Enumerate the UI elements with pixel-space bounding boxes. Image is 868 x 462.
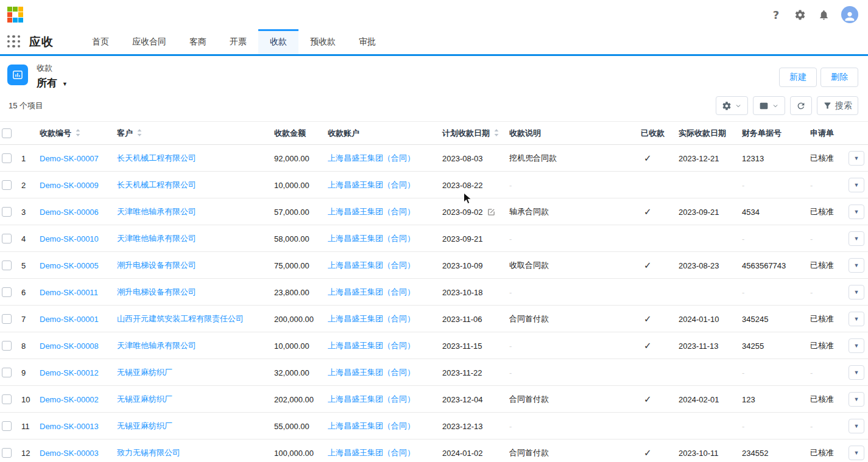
customer-link[interactable]: 天津唯他轴承有限公司 — [117, 207, 196, 216]
row-actions-button[interactable]: ▼ — [849, 446, 864, 460]
account-link[interactable]: 上海昌盛王集团（合同） — [328, 234, 415, 243]
received-cell: ✓ — [637, 386, 674, 413]
account-link[interactable]: 上海昌盛王集团（合同） — [328, 341, 415, 350]
view-selector[interactable]: 所有 ▼ — [37, 76, 68, 90]
row-actions-button[interactable]: ▼ — [849, 392, 864, 407]
customer-link[interactable]: 长天机械工程有限公司 — [117, 180, 196, 189]
user-avatar[interactable] — [841, 6, 858, 23]
row-actions-button[interactable]: ▼ — [849, 338, 864, 353]
delete-button[interactable]: 删除 — [820, 68, 858, 87]
account-link[interactable]: 上海昌盛王集团（合同） — [328, 261, 415, 270]
receipt-code-link[interactable]: Demo-SK-00011 — [40, 288, 98, 297]
row-checkbox[interactable] — [2, 448, 12, 458]
row-number: 3 — [17, 198, 35, 225]
row-checkbox[interactable] — [2, 368, 12, 377]
nav-tab-0[interactable]: 首页 — [80, 29, 121, 54]
note-cell: 合同首付款 — [505, 439, 637, 462]
row-checkbox[interactable] — [2, 394, 12, 404]
row-actions-button[interactable]: ▼ — [849, 151, 864, 166]
nav-tab-1[interactable]: 应收合同 — [121, 29, 178, 54]
row-checkbox[interactable] — [2, 153, 12, 163]
customer-link[interactable]: 长天机械工程有限公司 — [117, 153, 196, 163]
nav-tab-4[interactable]: 收款 — [258, 29, 298, 54]
nav-tab-6[interactable]: 审批 — [347, 29, 387, 54]
customer-link[interactable]: 天津唯他轴承有限公司 — [117, 341, 196, 350]
account-link[interactable]: 上海昌盛王集团（合同） — [328, 421, 415, 430]
edit-icon[interactable] — [487, 208, 495, 216]
row-checkbox[interactable] — [2, 207, 12, 217]
row-checkbox[interactable] — [2, 261, 12, 270]
row-actions-button[interactable]: ▼ — [849, 285, 864, 299]
account-link[interactable]: 上海昌盛王集团（合同） — [328, 368, 415, 377]
row-checkbox[interactable] — [2, 180, 12, 190]
account-link[interactable]: 上海昌盛王集团（合同） — [328, 180, 415, 189]
list-settings-button[interactable] — [716, 96, 748, 115]
actual-date-cell — [674, 225, 738, 252]
account-link[interactable]: 上海昌盛王集团（合同） — [328, 153, 415, 163]
account-link[interactable]: 上海昌盛王集团（合同） — [328, 287, 415, 296]
plan-date-cell: 2023-11-22 — [438, 359, 505, 386]
triangle-down-icon: ▼ — [854, 423, 859, 429]
row-number: 6 — [17, 279, 35, 306]
column-header-0[interactable]: 收款编号 — [35, 122, 113, 145]
nav-tab-5[interactable]: 预收款 — [298, 29, 347, 54]
account-link[interactable]: 上海昌盛王集团（合同） — [328, 314, 415, 323]
row-actions-button[interactable]: ▼ — [849, 231, 864, 246]
chevron-down-icon: ▼ — [62, 80, 68, 87]
sort-arrows-icon — [137, 129, 142, 136]
row-actions-button[interactable]: ▼ — [849, 312, 864, 326]
row-actions-button[interactable]: ▼ — [849, 205, 864, 219]
row-checkbox[interactable] — [2, 234, 12, 243]
customer-link[interactable]: 潮升电梯设备有限公司 — [117, 261, 196, 270]
column-header-1[interactable]: 客户 — [113, 122, 270, 145]
customer-link[interactable]: 天津唯他轴承有限公司 — [117, 234, 196, 243]
row-checkbox[interactable] — [2, 314, 12, 324]
customer-link[interactable]: 山西开元建筑安装工程有限责任公司 — [117, 314, 244, 323]
column-header-4[interactable]: 计划收款日期 — [438, 122, 505, 145]
customer-link[interactable]: 潮升电梯设备有限公司 — [117, 287, 196, 296]
receipt-code-link[interactable]: Demo-SK-00010 — [40, 234, 99, 243]
table-columns-icon — [759, 101, 769, 111]
row-actions-button[interactable]: ▼ — [849, 365, 864, 380]
search-filter-button[interactable]: 搜索 — [817, 96, 858, 115]
row-checkbox[interactable] — [2, 421, 12, 431]
account-link[interactable]: 上海昌盛王集团（合同） — [328, 448, 415, 457]
nav-tab-3[interactable]: 开票 — [218, 29, 258, 54]
receipt-code-link[interactable]: Demo-SK-00007 — [40, 154, 99, 163]
customer-link[interactable]: 致力无锡有限公司 — [117, 448, 180, 457]
nav-tab-2[interactable]: 客商 — [178, 29, 218, 54]
row-actions-header — [844, 122, 868, 145]
row-checkbox[interactable] — [2, 287, 12, 297]
receipt-code-link[interactable]: Demo-SK-00013 — [40, 422, 99, 431]
help-icon[interactable]: ? — [770, 9, 782, 21]
select-all-checkbox[interactable] — [2, 128, 12, 138]
receipt-code-link[interactable]: Demo-SK-00003 — [40, 449, 99, 458]
table-row: 11Demo-SK-00013无锡亚麻纺织厂55,000.00上海昌盛王集团（合… — [0, 413, 868, 439]
receipt-code-link[interactable]: Demo-SK-00005 — [40, 261, 99, 270]
row-actions-button[interactable]: ▼ — [849, 178, 864, 192]
column-header-7: 实际收款日期 — [674, 122, 738, 145]
account-link[interactable]: 上海昌盛王集团（合同） — [328, 394, 415, 404]
row-checkbox[interactable] — [2, 341, 12, 351]
receipt-code-link[interactable]: Demo-SK-00012 — [40, 368, 99, 377]
nav-tabs: 首页应收合同客商开票收款预收款审批 — [80, 29, 387, 54]
receipt-code-link[interactable]: Demo-SK-00001 — [40, 315, 99, 324]
notification-bell-icon[interactable] — [817, 9, 830, 21]
receipt-code-link[interactable]: Demo-SK-00002 — [40, 395, 99, 404]
customer-link[interactable]: 无锡亚麻纺织厂 — [117, 421, 172, 430]
display-format-button[interactable] — [753, 96, 785, 115]
table-row: 7Demo-SK-00001山西开元建筑安装工程有限责任公司200,000.00… — [0, 306, 868, 332]
receipt-code-link[interactable]: Demo-SK-00009 — [40, 181, 99, 190]
account-link[interactable]: 上海昌盛王集团（合同） — [328, 207, 415, 216]
row-actions-button[interactable]: ▼ — [849, 419, 864, 433]
row-actions-button[interactable]: ▼ — [849, 258, 864, 273]
customer-link[interactable]: 无锡亚麻纺织厂 — [117, 394, 172, 404]
customer-link[interactable]: 无锡亚麻纺织厂 — [117, 368, 172, 377]
app-launcher-icon[interactable] — [7, 35, 21, 49]
brand-logo[interactable] — [7, 7, 23, 23]
refresh-button[interactable] — [790, 96, 812, 115]
new-button[interactable]: 新建 — [779, 68, 817, 87]
receipt-code-link[interactable]: Demo-SK-00006 — [40, 208, 99, 217]
settings-gear-icon[interactable] — [794, 9, 806, 21]
receipt-code-link[interactable]: Demo-SK-00008 — [40, 341, 99, 351]
